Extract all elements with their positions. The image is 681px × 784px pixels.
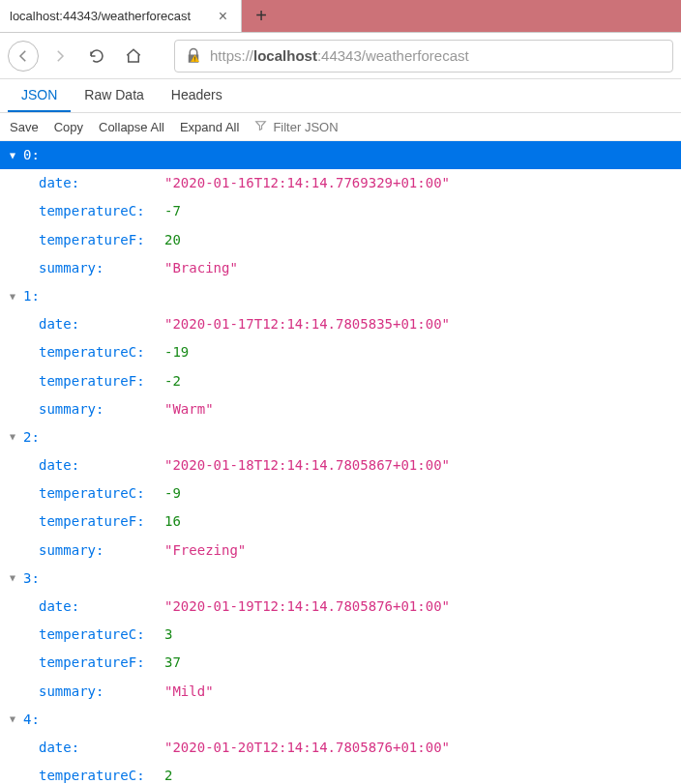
tab-strip-bg xyxy=(281,0,681,32)
json-property: temperatureC:-9 xyxy=(0,479,681,508)
home-button[interactable] xyxy=(118,41,149,72)
close-icon[interactable]: × xyxy=(215,8,231,25)
new-tab-button[interactable]: + xyxy=(242,0,281,32)
json-property: temperatureF:37 xyxy=(0,649,681,677)
tab-raw-data[interactable]: Raw Data xyxy=(71,79,157,112)
json-array-item-2[interactable]: ▼ 2: xyxy=(0,423,681,451)
json-index: 3: xyxy=(23,566,40,591)
json-property: date:"2020-01-18T12:14:14.7805867+01:00" xyxy=(0,451,681,479)
json-property: date:"2020-01-16T12:14:14.7769329+01:00" xyxy=(0,169,681,197)
json-array-item-4[interactable]: ▼ 4: xyxy=(0,706,681,734)
filter-input[interactable] xyxy=(273,120,389,134)
tab-headers[interactable]: Headers xyxy=(158,79,236,112)
chevron-down-icon[interactable]: ▼ xyxy=(10,569,23,587)
json-property: summary:"Bracing" xyxy=(0,254,681,282)
json-property: summary:"Freezing" xyxy=(0,537,681,565)
json-array-item-0[interactable]: ▼ 0: xyxy=(0,141,681,169)
json-property: temperatureF:20 xyxy=(0,226,681,254)
tab-strip: localhost:44343/weatherforecast × + xyxy=(0,0,681,33)
json-property: summary:"Warm" xyxy=(0,395,681,423)
forward-button[interactable] xyxy=(44,41,75,72)
json-property: temperatureC:3 xyxy=(0,621,681,649)
json-property: temperatureC:2 xyxy=(0,762,681,784)
json-property: temperatureF:-2 xyxy=(0,367,681,395)
tab-json[interactable]: JSON xyxy=(8,79,71,112)
address-bar[interactable]: https://localhost:44343/weatherforecast xyxy=(174,40,673,73)
view-tabs: JSON Raw Data Headers xyxy=(0,79,681,113)
json-array-item-3[interactable]: ▼ 3: xyxy=(0,565,681,593)
collapse-all-button[interactable]: Collapse All xyxy=(99,120,164,134)
reload-button[interactable] xyxy=(81,41,112,72)
chevron-down-icon[interactable]: ▼ xyxy=(10,428,23,446)
chevron-down-icon[interactable]: ▼ xyxy=(10,711,23,728)
expand-all-button[interactable]: Expand All xyxy=(180,120,239,134)
filter-wrap xyxy=(254,119,389,134)
url-text: https://localhost:44343/weatherforecast xyxy=(210,47,469,64)
json-property: date:"2020-01-17T12:14:14.7805835+01:00" xyxy=(0,310,681,338)
lock-warning-icon xyxy=(185,47,202,65)
back-button[interactable] xyxy=(8,41,39,72)
json-viewer: ▼ 0: date:"2020-01-16T12:14:14.7769329+0… xyxy=(0,141,681,784)
chevron-down-icon[interactable]: ▼ xyxy=(10,147,23,164)
action-bar: Save Copy Collapse All Expand All xyxy=(0,113,681,141)
tab-title: localhost:44343/weatherforecast xyxy=(10,9,215,23)
browser-tab[interactable]: localhost:44343/weatherforecast × xyxy=(0,0,242,32)
save-button[interactable]: Save xyxy=(10,120,39,134)
json-index: 4: xyxy=(23,708,40,732)
json-property: temperatureF:16 xyxy=(0,508,681,536)
nav-bar: https://localhost:44343/weatherforecast xyxy=(0,33,681,79)
json-property: temperatureC:-19 xyxy=(0,338,681,366)
json-property: date:"2020-01-20T12:14:14.7805876+01:00" xyxy=(0,734,681,762)
json-index: 0: xyxy=(23,143,40,167)
json-property: date:"2020-01-19T12:14:14.7805876+01:00" xyxy=(0,593,681,621)
json-index: 1: xyxy=(23,284,40,308)
filter-icon xyxy=(254,119,267,134)
chevron-down-icon[interactable]: ▼ xyxy=(10,288,23,305)
copy-button[interactable]: Copy xyxy=(54,120,83,134)
json-property: temperatureC:-7 xyxy=(0,197,681,225)
json-index: 2: xyxy=(23,425,40,450)
json-property: summary:"Mild" xyxy=(0,678,681,706)
json-array-item-1[interactable]: ▼ 1: xyxy=(0,282,681,310)
